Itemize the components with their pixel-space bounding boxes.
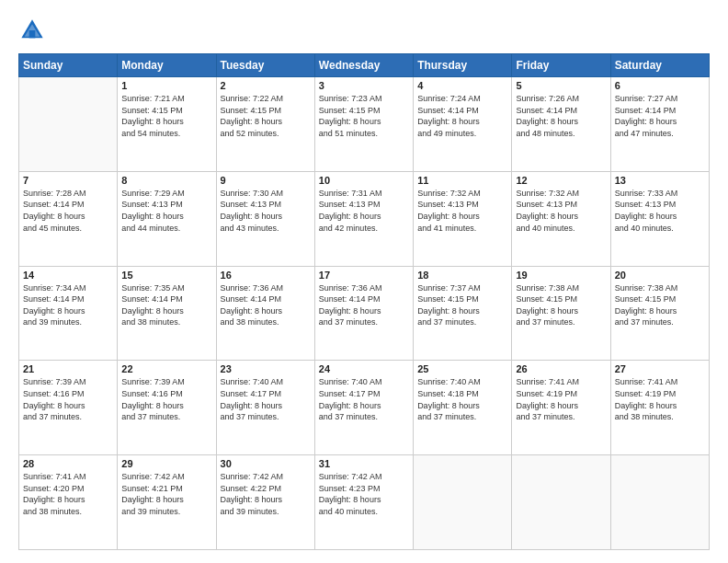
day-info: Sunrise: 7:26 AM Sunset: 4:14 PM Dayligh… <box>516 93 606 139</box>
day-info: Sunrise: 7:22 AM Sunset: 4:15 PM Dayligh… <box>221 93 311 139</box>
day-number: 17 <box>319 270 409 281</box>
calendar-cell: 28Sunrise: 7:41 AM Sunset: 4:20 PM Dayli… <box>19 455 118 550</box>
page: SundayMondayTuesdayWednesdayThursdayFrid… <box>0 0 728 563</box>
day-info: Sunrise: 7:36 AM Sunset: 4:14 PM Dayligh… <box>319 282 409 328</box>
day-number: 10 <box>319 175 409 186</box>
day-info: Sunrise: 7:42 AM Sunset: 4:21 PM Dayligh… <box>121 471 211 517</box>
calendar-cell: 18Sunrise: 7:37 AM Sunset: 4:15 PM Dayli… <box>414 266 512 361</box>
day-info: Sunrise: 7:40 AM Sunset: 4:18 PM Dayligh… <box>417 376 507 422</box>
day-number: 1 <box>121 80 211 91</box>
day-info: Sunrise: 7:40 AM Sunset: 4:17 PM Dayligh… <box>221 376 311 422</box>
calendar-cell <box>610 455 709 550</box>
day-number: 6 <box>615 80 705 91</box>
day-number: 31 <box>319 458 409 469</box>
calendar-day-header: Saturday <box>610 54 709 77</box>
calendar-cell: 12Sunrise: 7:32 AM Sunset: 4:13 PM Dayli… <box>512 171 610 266</box>
calendar-day-header: Monday <box>118 54 216 77</box>
calendar-cell <box>414 455 512 550</box>
day-number: 29 <box>121 458 211 469</box>
day-info: Sunrise: 7:36 AM Sunset: 4:14 PM Dayligh… <box>221 282 311 328</box>
calendar-cell: 5Sunrise: 7:26 AM Sunset: 4:14 PM Daylig… <box>512 77 610 172</box>
day-number: 24 <box>319 363 409 374</box>
day-number: 18 <box>417 270 507 281</box>
calendar-cell: 10Sunrise: 7:31 AM Sunset: 4:13 PM Dayli… <box>314 171 413 266</box>
day-number: 23 <box>221 363 311 374</box>
calendar-day-header: Sunday <box>19 54 118 77</box>
day-number: 2 <box>221 80 311 91</box>
day-info: Sunrise: 7:38 AM Sunset: 4:15 PM Dayligh… <box>516 282 606 328</box>
day-info: Sunrise: 7:30 AM Sunset: 4:13 PM Dayligh… <box>221 188 311 234</box>
calendar-cell: 8Sunrise: 7:29 AM Sunset: 4:13 PM Daylig… <box>118 171 216 266</box>
day-info: Sunrise: 7:32 AM Sunset: 4:13 PM Dayligh… <box>417 188 507 234</box>
logo <box>18 17 51 44</box>
calendar-cell: 13Sunrise: 7:33 AM Sunset: 4:13 PM Dayli… <box>610 171 709 266</box>
calendar-cell: 2Sunrise: 7:22 AM Sunset: 4:15 PM Daylig… <box>216 77 314 172</box>
day-info: Sunrise: 7:39 AM Sunset: 4:16 PM Dayligh… <box>23 376 113 422</box>
calendar-cell <box>512 455 610 550</box>
calendar-cell: 27Sunrise: 7:41 AM Sunset: 4:19 PM Dayli… <box>610 361 709 455</box>
day-number: 22 <box>121 363 211 374</box>
day-number: 19 <box>516 270 606 281</box>
calendar-cell: 25Sunrise: 7:40 AM Sunset: 4:18 PM Dayli… <box>414 361 512 455</box>
day-number: 7 <box>23 175 113 186</box>
day-number: 20 <box>615 270 705 281</box>
calendar-cell: 15Sunrise: 7:35 AM Sunset: 4:14 PM Dayli… <box>118 266 216 361</box>
day-info: Sunrise: 7:42 AM Sunset: 4:22 PM Dayligh… <box>221 471 311 517</box>
calendar-day-header: Thursday <box>414 54 512 77</box>
day-info: Sunrise: 7:40 AM Sunset: 4:17 PM Dayligh… <box>319 376 409 422</box>
day-number: 26 <box>516 363 606 374</box>
calendar-cell: 24Sunrise: 7:40 AM Sunset: 4:17 PM Dayli… <box>314 361 413 455</box>
calendar-cell: 6Sunrise: 7:27 AM Sunset: 4:14 PM Daylig… <box>610 77 709 172</box>
day-number: 3 <box>319 80 409 91</box>
calendar-week-row: 21Sunrise: 7:39 AM Sunset: 4:16 PM Dayli… <box>19 361 710 455</box>
calendar-day-header: Tuesday <box>216 54 314 77</box>
calendar-cell: 16Sunrise: 7:36 AM Sunset: 4:14 PM Dayli… <box>216 266 314 361</box>
day-number: 12 <box>516 175 606 186</box>
calendar-table: SundayMondayTuesdayWednesdayThursdayFrid… <box>18 53 710 550</box>
calendar-cell: 29Sunrise: 7:42 AM Sunset: 4:21 PM Dayli… <box>118 455 216 550</box>
day-info: Sunrise: 7:23 AM Sunset: 4:15 PM Dayligh… <box>319 93 409 139</box>
day-info: Sunrise: 7:37 AM Sunset: 4:15 PM Dayligh… <box>417 282 507 328</box>
day-number: 16 <box>221 270 311 281</box>
day-number: 5 <box>516 80 606 91</box>
day-number: 21 <box>23 363 113 374</box>
calendar-cell: 7Sunrise: 7:28 AM Sunset: 4:14 PM Daylig… <box>19 171 118 266</box>
day-number: 4 <box>417 80 507 91</box>
calendar-day-header: Wednesday <box>314 54 413 77</box>
calendar-week-row: 28Sunrise: 7:41 AM Sunset: 4:20 PM Dayli… <box>19 455 710 550</box>
day-info: Sunrise: 7:38 AM Sunset: 4:15 PM Dayligh… <box>615 282 705 328</box>
calendar-cell: 30Sunrise: 7:42 AM Sunset: 4:22 PM Dayli… <box>216 455 314 550</box>
day-info: Sunrise: 7:33 AM Sunset: 4:13 PM Dayligh… <box>615 188 705 234</box>
calendar-week-row: 1Sunrise: 7:21 AM Sunset: 4:15 PM Daylig… <box>19 77 710 172</box>
calendar-cell: 22Sunrise: 7:39 AM Sunset: 4:16 PM Dayli… <box>118 361 216 455</box>
day-info: Sunrise: 7:27 AM Sunset: 4:14 PM Dayligh… <box>615 93 705 139</box>
day-number: 9 <box>221 175 311 186</box>
calendar-cell: 26Sunrise: 7:41 AM Sunset: 4:19 PM Dayli… <box>512 361 610 455</box>
day-info: Sunrise: 7:21 AM Sunset: 4:15 PM Dayligh… <box>121 93 211 139</box>
calendar-cell: 20Sunrise: 7:38 AM Sunset: 4:15 PM Dayli… <box>610 266 709 361</box>
calendar-day-header: Friday <box>512 54 610 77</box>
day-info: Sunrise: 7:32 AM Sunset: 4:13 PM Dayligh… <box>516 188 606 234</box>
calendar-cell: 17Sunrise: 7:36 AM Sunset: 4:14 PM Dayli… <box>314 266 413 361</box>
day-number: 27 <box>615 363 705 374</box>
day-number: 28 <box>23 458 113 469</box>
day-info: Sunrise: 7:41 AM Sunset: 4:20 PM Dayligh… <box>23 471 113 517</box>
calendar-cell: 1Sunrise: 7:21 AM Sunset: 4:15 PM Daylig… <box>118 77 216 172</box>
day-info: Sunrise: 7:35 AM Sunset: 4:14 PM Dayligh… <box>121 282 211 328</box>
calendar-cell: 21Sunrise: 7:39 AM Sunset: 4:16 PM Dayli… <box>19 361 118 455</box>
day-info: Sunrise: 7:41 AM Sunset: 4:19 PM Dayligh… <box>516 376 606 422</box>
calendar-cell: 23Sunrise: 7:40 AM Sunset: 4:17 PM Dayli… <box>216 361 314 455</box>
calendar-week-row: 7Sunrise: 7:28 AM Sunset: 4:14 PM Daylig… <box>19 171 710 266</box>
day-info: Sunrise: 7:29 AM Sunset: 4:13 PM Dayligh… <box>121 188 211 234</box>
calendar-cell: 9Sunrise: 7:30 AM Sunset: 4:13 PM Daylig… <box>216 171 314 266</box>
day-number: 8 <box>121 175 211 186</box>
calendar-week-row: 14Sunrise: 7:34 AM Sunset: 4:14 PM Dayli… <box>19 266 710 361</box>
day-info: Sunrise: 7:24 AM Sunset: 4:14 PM Dayligh… <box>417 93 507 139</box>
svg-rect-2 <box>29 30 36 38</box>
day-info: Sunrise: 7:42 AM Sunset: 4:23 PM Dayligh… <box>319 471 409 517</box>
calendar-cell: 4Sunrise: 7:24 AM Sunset: 4:14 PM Daylig… <box>414 77 512 172</box>
day-info: Sunrise: 7:28 AM Sunset: 4:14 PM Dayligh… <box>23 188 113 234</box>
header <box>18 17 710 44</box>
day-info: Sunrise: 7:39 AM Sunset: 4:16 PM Dayligh… <box>121 376 211 422</box>
day-number: 25 <box>417 363 507 374</box>
